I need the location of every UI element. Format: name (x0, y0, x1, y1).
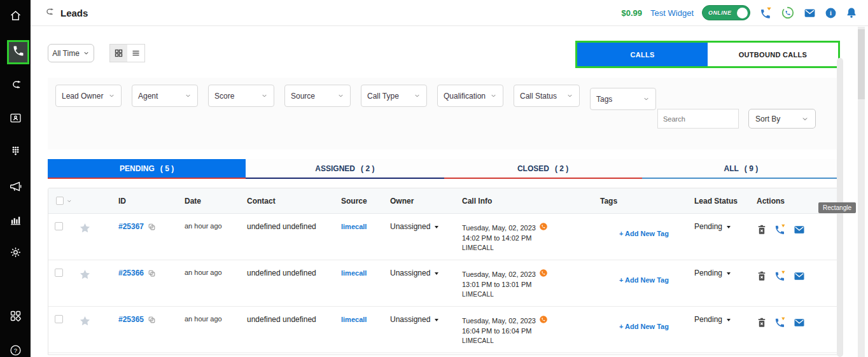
owner-dropdown[interactable]: Unassigned (390, 269, 456, 277)
add-new-tag-link[interactable]: + Add New Tag (619, 276, 669, 284)
sidebar-item-campaigns[interactable] (0, 179, 31, 196)
owner-dropdown[interactable]: Unassigned (390, 222, 456, 231)
tab-pending[interactable]: PENDING ( 5 ) (48, 159, 246, 179)
call-info: Tuesday, May, 02, 2023 14:02 PM to 14:02… (456, 214, 594, 253)
lead-contact: undefined undefined (241, 214, 335, 231)
star-icon[interactable] (79, 315, 91, 327)
tab-closed[interactable]: CLOSED ( 2 ) (444, 159, 642, 179)
lead-id-link[interactable]: #25365 (118, 315, 144, 324)
filter-agent[interactable]: Agent (132, 85, 198, 107)
star-icon[interactable] (79, 222, 91, 234)
svg-text:i: i (830, 10, 832, 17)
row-checkbox[interactable] (55, 269, 63, 277)
call-channel: LIMECALL (462, 290, 594, 299)
call-info: Tuesday, May, 02, 2023 13:01 PM to 13:01… (456, 260, 594, 299)
lead-status-dropdown[interactable]: Pending (694, 269, 750, 277)
tab-assigned[interactable]: ASSIGNED ( 2 ) (246, 159, 444, 179)
top-header: Leads $0.99 Test Widget ONLINE (31, 0, 868, 26)
filter-score[interactable]: Score (208, 85, 274, 107)
scrollbar-thumb[interactable] (858, 29, 865, 99)
filter-source[interactable]: Source (284, 85, 351, 107)
filter-tags[interactable]: Tags (590, 88, 656, 110)
all-count: ( 9 ) (745, 164, 758, 173)
time-range-label: All Time (52, 49, 80, 58)
call-icon[interactable] (773, 269, 787, 283)
copy-icon[interactable] (148, 269, 156, 277)
phone-icon (12, 45, 25, 60)
add-new-tag-link[interactable]: + Add New Tag (619, 230, 669, 237)
view-toggle (109, 44, 145, 62)
call-icon[interactable] (773, 223, 787, 236)
time-range-dropdown[interactable]: All Time (48, 44, 94, 62)
mail-icon[interactable] (803, 6, 816, 20)
sidebar-item-apps[interactable] (0, 309, 31, 325)
delete-icon[interactable] (757, 224, 767, 235)
list-view-button[interactable] (127, 45, 144, 62)
pending-count: ( 5 ) (160, 164, 174, 173)
lead-date: an hour ago (178, 307, 241, 323)
delete-icon[interactable] (757, 270, 767, 282)
page-scrollbar[interactable] (858, 27, 865, 357)
online-toggle[interactable]: ONLINE (702, 5, 750, 20)
lead-status-dropdown[interactable]: Pending (694, 315, 750, 324)
star-icon[interactable] (79, 269, 91, 281)
chevron-down-icon (108, 92, 115, 99)
sidebar-item-contacts[interactable] (0, 111, 31, 127)
call-channel: LIMECALL (462, 336, 594, 346)
tab-calls[interactable]: CALLS (577, 43, 708, 66)
contact-card-icon (9, 111, 22, 127)
sidebar-item-home[interactable] (0, 9, 31, 25)
online-toggle-label: ONLINE (708, 10, 731, 16)
lead-status-dropdown[interactable]: Pending (694, 222, 750, 231)
info-icon[interactable]: i (825, 7, 837, 19)
grid-view-button[interactable] (110, 45, 127, 62)
lead-id-link[interactable]: #25367 (118, 222, 144, 231)
missed-call-icon[interactable] (759, 6, 773, 20)
sidebar-item-dialpad[interactable] (0, 144, 31, 160)
owner-dropdown[interactable]: Unassigned (390, 315, 456, 324)
sidebar-item-help[interactable]: ? (0, 344, 31, 357)
col-lead-status: Lead Status (688, 197, 750, 206)
add-new-tag-link[interactable]: + Add New Tag (619, 323, 669, 330)
lead-id-link[interactable]: #25366 (118, 269, 144, 277)
search-input[interactable] (657, 109, 739, 129)
filter-lead-owner[interactable]: Lead Owner (55, 85, 122, 107)
select-all-checkbox[interactable] (56, 197, 64, 205)
lead-source-link[interactable]: limecall (341, 269, 367, 277)
row-checkbox[interactable] (55, 315, 63, 323)
delete-icon[interactable] (757, 317, 767, 328)
call-icon[interactable] (773, 316, 787, 329)
closed-count: ( 2 ) (555, 164, 568, 173)
bell-icon[interactable] (845, 6, 858, 19)
copy-icon[interactable] (148, 316, 156, 324)
sidebar-item-analytics[interactable] (0, 213, 31, 229)
filter-call-type[interactable]: Call Type (361, 85, 427, 107)
email-icon[interactable] (793, 223, 806, 236)
test-widget-link[interactable]: Test Widget (650, 8, 694, 18)
chevron-down-icon (566, 92, 573, 99)
tab-outbound-calls[interactable]: OUTBOUND CALLS (708, 43, 838, 66)
copy-icon[interactable] (148, 223, 156, 231)
table-row: #25366 an hour ago undefined undefined l… (48, 260, 839, 307)
email-icon[interactable] (793, 316, 806, 329)
col-call-info: Call Info (456, 197, 594, 206)
lead-source-link[interactable]: limecall (341, 316, 367, 323)
sort-by-dropdown[interactable]: Sort By (748, 109, 816, 129)
account-balance: $0.99 (622, 8, 643, 18)
row-checkbox[interactable] (55, 222, 63, 230)
assigned-count: ( 2 ) (361, 164, 374, 173)
select-menu-chevron-icon[interactable] (66, 198, 73, 204)
filter-qualification[interactable]: Qualification (437, 85, 503, 107)
sidebar-item-settings[interactable] (0, 246, 31, 262)
dialpad-icon (9, 144, 22, 160)
tab-all[interactable]: ALL ( 9 ) (642, 159, 840, 179)
email-icon[interactable] (793, 270, 806, 283)
filter-call-status[interactable]: Call Status (514, 85, 580, 107)
call-time: 13:01 PM to 13:01 PM (462, 280, 594, 290)
dropdown-caret (435, 226, 438, 228)
call-loop-icon[interactable] (781, 6, 795, 20)
svg-text:?: ? (13, 347, 17, 354)
lead-source-link[interactable]: limecall (341, 223, 367, 230)
sidebar-item-calls[interactable] (7, 40, 29, 64)
sidebar-item-leads[interactable] (0, 78, 31, 94)
